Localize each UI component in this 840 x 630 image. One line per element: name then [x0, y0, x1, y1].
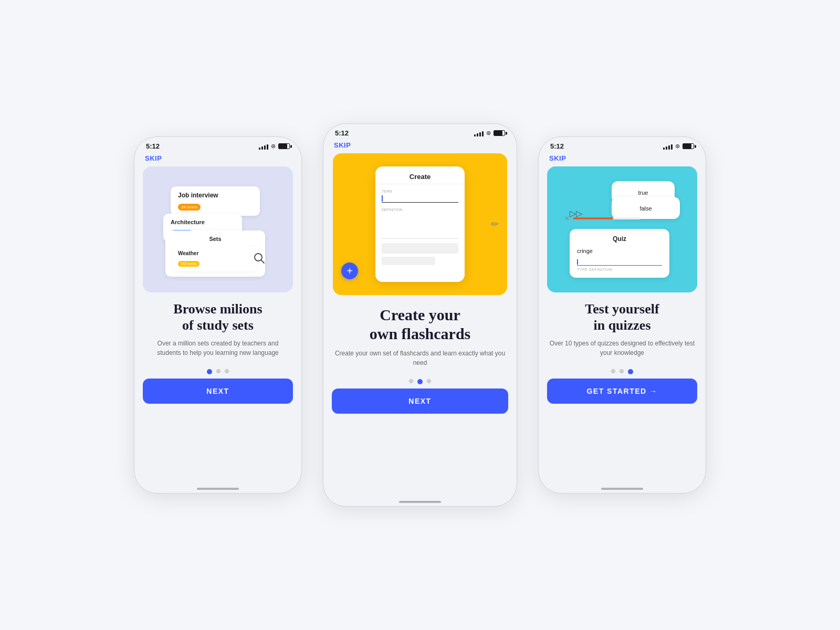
- definition-label: DEFINITION: [382, 208, 458, 212]
- quiz-input-line: [577, 258, 662, 266]
- term-label: TERM: [382, 190, 458, 193]
- status-time-3: 5:12: [550, 142, 564, 150]
- signal-icon-2: [474, 130, 484, 136]
- next-button-1[interactable]: NEXT: [143, 379, 293, 404]
- quiz-progress-bg: [573, 217, 640, 219]
- wifi-icon-2: ⊛: [486, 130, 491, 136]
- home-indicator-2: [323, 498, 517, 506]
- job-interview-card: Job interview 34 terms: [171, 186, 260, 216]
- dot-2-1: [409, 379, 413, 383]
- dot-2-3: [427, 379, 431, 383]
- create-header: Create: [375, 166, 465, 184]
- home-indicator-3: [539, 485, 706, 493]
- skip-button-1[interactable]: SKIP: [134, 152, 301, 166]
- dot-3-active: [628, 369, 633, 374]
- gray-placeholder-1: [382, 243, 458, 254]
- phone1-heading: Browse milions of study sets: [145, 301, 291, 333]
- status-bar-1: 5:12 ⊛: [134, 137, 301, 152]
- job-card-tag: 34 terms: [178, 204, 201, 211]
- phone2-heading: Create your own flashcards: [334, 306, 506, 343]
- quiz-false-text: false: [639, 205, 652, 212]
- status-time-1: 5:12: [146, 142, 160, 150]
- skip-button-2[interactable]: SKIP: [323, 139, 517, 153]
- card-stack: Job interview 34 terms Architecture 21 t…: [160, 177, 276, 282]
- status-icons-1: ⊛: [259, 143, 290, 150]
- quiz-main-title: Quiz: [577, 235, 662, 243]
- definition-input-area: [382, 213, 458, 239]
- phone2-subtext: Create your own set of flashcards and le…: [334, 349, 506, 368]
- status-bar-2: 5:12 ⊛: [323, 124, 517, 139]
- dot-3-1: [611, 369, 615, 373]
- skip-button-3[interactable]: SKIP: [539, 152, 706, 166]
- phone3-text-content: Test yourself in quizzes Over 10 types o…: [539, 292, 706, 364]
- phone3-heading: Test yourself in quizzes: [549, 301, 695, 333]
- search-icon: [254, 253, 267, 266]
- home-indicator-1: [134, 485, 301, 493]
- dot-1-3: [225, 369, 229, 373]
- get-started-button[interactable]: GET STARTED →: [547, 379, 697, 404]
- sets-title: Sets: [173, 236, 258, 242]
- phone3-subtext: Over 10 types of quizzes designed to eff…: [549, 339, 695, 358]
- play-icon: ▷▷: [570, 208, 582, 218]
- arch-card-title: Architecture: [171, 219, 235, 225]
- phone3-illustration: true false ✕: [539, 166, 706, 292]
- phone1-illustration: Job interview 34 terms Architecture 21 t…: [134, 166, 301, 292]
- create-phone-mockup: Create TERM DEFINITION: [375, 166, 465, 282]
- weather-tag: 162 terms: [178, 261, 200, 267]
- dot-2-active: [417, 379, 423, 384]
- battery-icon-1: [278, 143, 290, 149]
- dot-1-2: [216, 369, 220, 373]
- status-bar-3: 5:12 ⊛: [539, 137, 706, 152]
- phone2-dots: [323, 374, 517, 388]
- sets-card: Sets Weather 162 terms: [165, 230, 265, 277]
- term-input-line: [382, 194, 458, 203]
- battery-icon-2: [494, 130, 505, 136]
- svg-line-1: [261, 260, 265, 264]
- signal-icon-3: [663, 143, 673, 150]
- dot-1-active: [207, 369, 212, 374]
- quiz-x-icon: ✕: [564, 215, 570, 222]
- phone1-dots: [134, 364, 301, 379]
- pencil-icon: ✏: [491, 218, 499, 230]
- wifi-icon-1: ⊛: [271, 143, 276, 150]
- phone-2: 5:12 ⊛ SKIP Crea: [323, 123, 517, 507]
- quiz-illustration: true false ✕: [547, 166, 697, 292]
- quiz-cursor: [577, 259, 578, 265]
- quiz-true-text: true: [638, 190, 648, 196]
- phone3-dots: [539, 364, 706, 379]
- weather-card: Weather 162 terms: [173, 246, 258, 271]
- type-def-label: TYPE DEFINITION: [577, 268, 662, 271]
- job-card-title: Job interview: [178, 192, 253, 199]
- quiz-mockup: true false ✕: [564, 177, 680, 282]
- add-card-button[interactable]: +: [341, 262, 358, 279]
- phone1-subtext: Over a million sets created by teachers …: [145, 339, 291, 358]
- quiz-word: cringe: [577, 248, 662, 254]
- phone2-illustration: Create TERM DEFINITION: [323, 153, 517, 295]
- create-illustration: Create TERM DEFINITION: [333, 153, 507, 295]
- weather-title: Weather: [178, 250, 253, 256]
- phone2-body: Create TERM DEFINITION: [323, 153, 517, 498]
- wifi-icon-3: ⊛: [675, 143, 680, 150]
- status-time-2: 5:12: [335, 129, 349, 137]
- term-cursor: [382, 195, 383, 202]
- phone1-body: Job interview 34 terms Architecture 21 t…: [134, 166, 301, 485]
- battery-icon-3: [682, 143, 694, 149]
- phone2-text-content: Create your own flashcards Create your o…: [323, 295, 517, 374]
- home-bar-1: [197, 488, 239, 490]
- phone3-body: true false ✕: [539, 166, 706, 485]
- browse-illustration: Job interview 34 terms Architecture 21 t…: [143, 166, 293, 292]
- phone-1: 5:12 ⊛ SKIP: [134, 136, 302, 494]
- status-icons-2: ⊛: [474, 130, 505, 136]
- next-button-2[interactable]: NEXT: [332, 388, 508, 414]
- create-body: TERM DEFINITION: [375, 184, 465, 274]
- phone1-text-content: Browse milions of study sets Over a mill…: [134, 292, 301, 364]
- dot-3-2: [620, 369, 624, 373]
- status-icons-3: ⊛: [663, 143, 694, 150]
- phone-3: 5:12 ⊛ SKIP: [538, 136, 706, 494]
- gray-placeholder-2: [382, 257, 435, 265]
- signal-icon-1: [259, 143, 268, 150]
- quiz-main-card: Quiz cringe TYPE DEFINITION: [570, 229, 669, 278]
